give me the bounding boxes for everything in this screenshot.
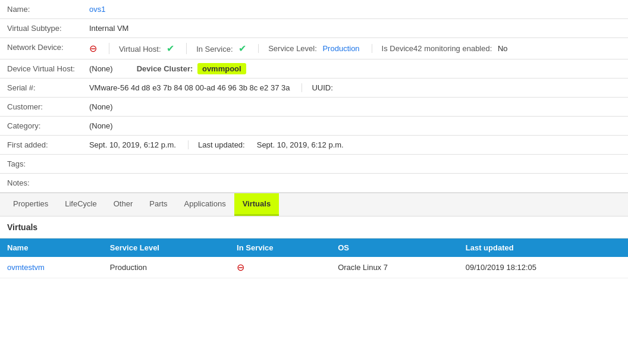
tags-value [82, 155, 628, 174]
category-value: (None) [82, 117, 628, 136]
uuid-label: UUID: [302, 83, 332, 92]
cluster-label: Device Cluster: [137, 64, 193, 73]
service-level-link[interactable]: Production [322, 44, 359, 53]
last-updated-label: Last updated: [188, 140, 245, 149]
virtual-subtype-value: Internal VM [82, 19, 628, 38]
tab-virtuals[interactable]: Virtuals [234, 193, 279, 216]
serial-value: VMware-56 4d d8 e3 7b 84 08 00-ad 46 96 … [89, 83, 290, 92]
last-updated-value: Sept. 10, 2019, 6:12 p.m. [257, 140, 344, 149]
tab-other[interactable]: Other [105, 193, 142, 216]
table-row: ovmtestvm Production ⊖ Oracle Linux 7 09… [0, 257, 628, 278]
in-service-label: In Service: [196, 45, 233, 54]
row-service-level: Production [103, 257, 230, 278]
tabs-bar: Properties LifeCycle Other Parts Applica… [0, 193, 628, 216]
notes-value [82, 174, 628, 193]
customer-label: Customer: [0, 98, 82, 117]
virtual-host-label: Virtual Host: [119, 45, 161, 54]
customer-value: (None) [82, 98, 628, 117]
col-last-updated: Last updated [459, 239, 628, 257]
device42-label: Is Device42 monitoring enabled: [382, 44, 492, 53]
cluster-group: Device Cluster: ovmmpool [137, 64, 246, 73]
row-in-service-icon: ⊖ [237, 262, 244, 272]
device42-group: Is Device42 monitoring enabled: No [372, 44, 508, 53]
serial-row: VMware-56 4d d8 e3 7b 84 08 00-ad 46 96 … [82, 79, 628, 98]
first-added-value: Sept. 10, 2019, 6:12 p.m. [89, 140, 176, 149]
row-name: ovmtestvm [0, 257, 103, 278]
device42-value: No [498, 44, 508, 53]
name-value: ovs1 [82, 0, 628, 19]
row-in-service: ⊖ [230, 257, 331, 278]
tab-parts[interactable]: Parts [141, 193, 175, 216]
first-added-row: Sept. 10, 2019, 6:12 p.m. Last updated: … [82, 136, 628, 155]
col-os: OS [331, 239, 459, 257]
virtuals-section: Virtuals Name Service Level In Service O… [0, 216, 628, 278]
virtuals-title: Virtuals [0, 216, 628, 239]
service-level-label: Service Level: [268, 44, 317, 53]
in-service-icon: ✔ [238, 43, 246, 54]
serial-label: Serial #: [0, 79, 82, 98]
network-device-label: Network Device: [0, 38, 82, 59]
first-added-label: First added: [0, 136, 82, 155]
col-service-level: Service Level [103, 239, 230, 257]
cluster-value: ovmmpool [197, 63, 246, 74]
tab-applications[interactable]: Applications [176, 193, 234, 216]
virtual-host-icon: ✔ [167, 43, 174, 54]
col-name: Name [0, 239, 103, 257]
row-name-link[interactable]: ovmtestvm [7, 263, 45, 272]
tab-properties[interactable]: Properties [5, 193, 56, 216]
virtual-subtype-label: Virtual Subtype: [0, 19, 82, 38]
service-level-group: Service Level: Production [258, 44, 359, 53]
device-virtual-host-row: (None) Device Cluster: ovmmpool [82, 59, 628, 79]
device-virtual-host-value: (None) [89, 64, 113, 73]
notes-label: Notes: [0, 174, 82, 193]
tags-label: Tags: [0, 155, 82, 174]
tab-lifecycle[interactable]: LifeCycle [56, 193, 105, 216]
category-label: Category: [0, 117, 82, 136]
name-link[interactable]: ovs1 [89, 5, 105, 14]
in-service-group: In Service: ✔ [186, 43, 246, 54]
device-virtual-host-label: Device Virtual Host: [0, 59, 82, 79]
col-in-service: In Service [230, 239, 331, 257]
row-os: Oracle Linux 7 [331, 257, 459, 278]
virtual-host-group: Virtual Host: ✔ [109, 43, 174, 54]
network-device-row: ⊖ Virtual Host: ✔ In Service: ✔ Service … [82, 38, 628, 59]
name-label: Name: [0, 0, 82, 19]
network-device-icon: ⊖ [89, 43, 97, 54]
row-last-updated: 09/10/2019 18:12:05 [459, 257, 628, 278]
